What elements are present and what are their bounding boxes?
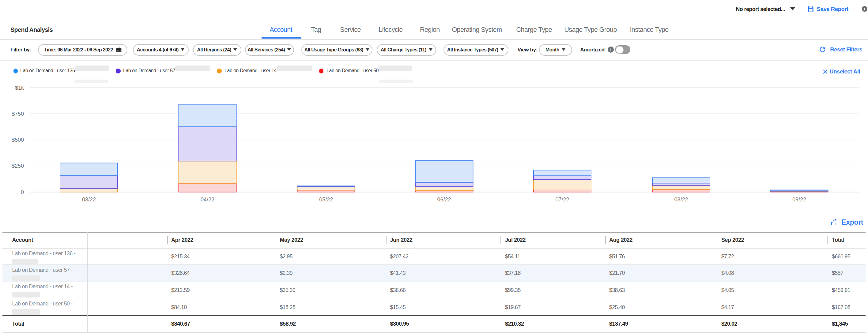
- svg-text:07/22: 07/22: [555, 197, 569, 203]
- svg-text:05/22: 05/22: [319, 197, 333, 203]
- svg-text:$500: $500: [12, 137, 24, 143]
- svg-text:$1k: $1k: [15, 85, 24, 91]
- svg-text:$250: $250: [12, 163, 24, 169]
- svg-text:04/22: 04/22: [200, 197, 214, 203]
- svg-text:03/22: 03/22: [82, 197, 96, 203]
- svg-text:06/22: 06/22: [437, 197, 451, 203]
- svg-text:09/22: 09/22: [792, 197, 806, 203]
- svg-text:$750: $750: [12, 111, 24, 117]
- svg-text:08/22: 08/22: [674, 197, 688, 203]
- svg-text:0: 0: [21, 189, 24, 195]
